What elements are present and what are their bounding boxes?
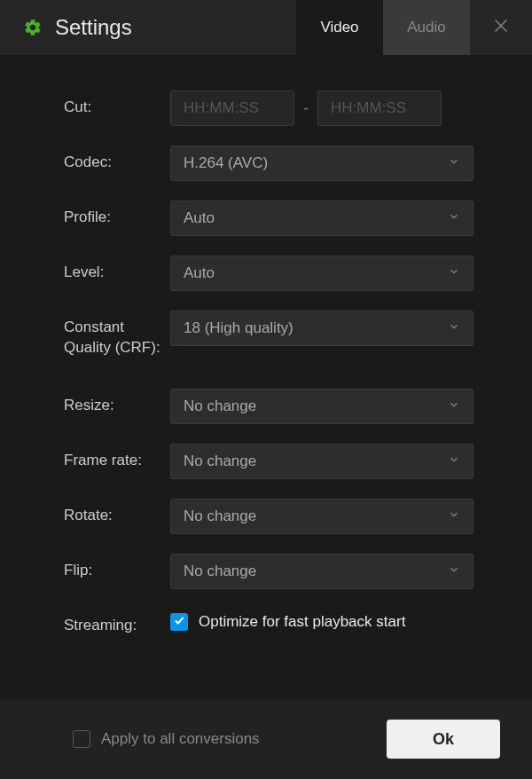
codec-value: H.264 (AVC) (184, 154, 448, 172)
check-icon (173, 614, 185, 630)
cut-label: Cut: (64, 90, 170, 126)
close-button[interactable] (470, 16, 532, 39)
rotate-value: No change (184, 508, 448, 525)
row-crf: Constant Quality (CRF): 18 (High quality… (64, 311, 488, 358)
gear-icon (23, 18, 43, 37)
rotate-select[interactable]: No change (170, 499, 473, 534)
level-label: Level: (64, 256, 170, 291)
crf-select[interactable]: 18 (High quality) (170, 311, 473, 346)
framerate-value: No change (184, 452, 448, 470)
chevron-down-icon (448, 264, 460, 282)
row-framerate: Frame rate: No change (64, 444, 488, 479)
row-streaming: Streaming: Optimize for fast playback st… (64, 609, 488, 636)
tabs: Video Audio (296, 0, 470, 55)
crf-label: Constant Quality (CRF): (64, 311, 170, 358)
header: Settings Video Audio (0, 0, 532, 55)
profile-select[interactable]: Auto (170, 201, 473, 236)
apply-all-wrap: Apply to all conversions (73, 730, 387, 748)
rotate-label: Rotate: (64, 499, 170, 534)
chevron-down-icon (448, 319, 460, 337)
chevron-down-icon (448, 154, 460, 172)
footer: Apply to all conversions Ok (0, 699, 532, 779)
row-resize: Resize: No change (64, 389, 488, 424)
cut-dash: - (303, 99, 309, 118)
cut-to-input[interactable] (317, 90, 442, 126)
streaming-check-label: Optimize for fast playback start (199, 613, 405, 631)
codec-select[interactable]: H.264 (AVC) (170, 146, 473, 181)
chevron-down-icon (448, 209, 460, 227)
level-select[interactable]: Auto (170, 256, 473, 291)
framerate-select[interactable]: No change (170, 444, 473, 479)
ok-button[interactable]: Ok (387, 720, 500, 759)
chevron-down-icon (448, 452, 460, 470)
crf-value: 18 (High quality) (184, 319, 448, 337)
row-codec: Codec: H.264 (AVC) (64, 146, 488, 181)
row-level: Level: Auto (64, 256, 488, 291)
resize-select[interactable]: No change (170, 389, 473, 424)
apply-all-label: Apply to all conversions (101, 730, 260, 748)
apply-all-checkbox[interactable] (73, 730, 90, 748)
tab-video[interactable]: Video (296, 0, 383, 55)
close-icon (491, 16, 511, 39)
flip-label: Flip: (64, 554, 170, 589)
tab-audio[interactable]: Audio (383, 0, 470, 55)
flip-value: No change (184, 563, 448, 580)
settings-form: Cut: - Codec: H.264 (AVC) Profile: Auto … (0, 55, 532, 636)
profile-label: Profile: (64, 201, 170, 236)
row-rotate: Rotate: No change (64, 499, 488, 534)
chevron-down-icon (448, 397, 460, 415)
row-profile: Profile: Auto (64, 201, 488, 236)
framerate-label: Frame rate: (64, 444, 170, 479)
resize-label: Resize: (64, 389, 170, 424)
chevron-down-icon (448, 563, 460, 580)
level-value: Auto (184, 264, 448, 282)
row-cut: Cut: - (64, 90, 488, 126)
flip-select[interactable]: No change (170, 554, 473, 589)
streaming-checkbox[interactable] (170, 613, 188, 631)
resize-value: No change (184, 397, 448, 415)
cut-from-input[interactable] (170, 90, 294, 126)
chevron-down-icon (448, 508, 460, 525)
codec-label: Codec: (64, 146, 170, 181)
page-title: Settings (55, 15, 296, 40)
streaming-label: Streaming: (64, 609, 170, 636)
profile-value: Auto (184, 209, 448, 227)
row-flip: Flip: No change (64, 554, 488, 589)
